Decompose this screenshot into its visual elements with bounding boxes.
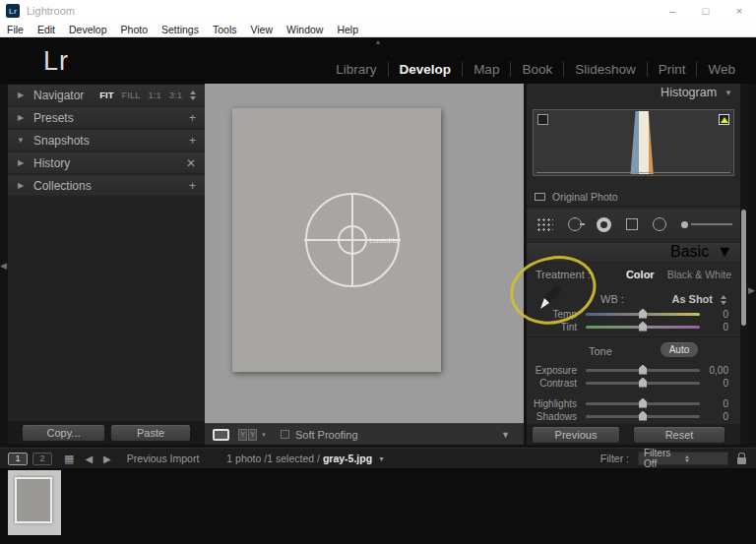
menu-view[interactable]: View (250, 24, 273, 35)
radial-filter-icon[interactable] (653, 217, 666, 231)
right-panel-scrollbar[interactable] (740, 84, 747, 445)
zoom-ratio-selector-icon[interactable] (190, 91, 196, 100)
shadows-slider-thumb[interactable] (639, 411, 647, 421)
chevron-down-icon: ▼ (717, 243, 732, 261)
snapshots-panel-header[interactable]: ▼ Snapshots + (8, 130, 205, 151)
module-print[interactable]: Print (647, 62, 697, 77)
treatment-bw-option[interactable]: Black & White (667, 269, 731, 280)
module-web[interactable]: Web (696, 62, 746, 77)
menu-settings[interactable]: Settings (161, 24, 199, 35)
thumbnail-image (15, 477, 52, 523)
zoom-fit[interactable]: FIT (99, 90, 113, 100)
highlights-slider[interactable] (586, 402, 700, 405)
clear-history-icon[interactable]: ✕ (186, 156, 196, 170)
red-eye-correction-icon[interactable] (597, 217, 611, 232)
loupe-view-icon[interactable] (213, 429, 229, 441)
spot-removal-icon[interactable] (568, 217, 582, 231)
presets-panel-header[interactable]: ▶ Presets + (8, 107, 205, 128)
exposure-value: 0,00 (700, 365, 740, 376)
collections-panel-header[interactable]: ▶ Collections + (8, 175, 205, 196)
histogram-panel-header[interactable]: Histogram ▼ (527, 84, 740, 101)
collapse-right-panel-icon[interactable]: ▶ (748, 285, 755, 295)
copy-paste-strip: Copy... Paste (8, 421, 205, 445)
graduated-filter-icon[interactable] (626, 218, 638, 230)
paste-button[interactable]: Paste (110, 424, 191, 442)
previous-photo-icon[interactable]: ◀ (85, 453, 93, 464)
second-window-button[interactable]: 2 (32, 453, 52, 465)
histogram[interactable] (533, 109, 734, 176)
history-panel-header[interactable]: ▶ History ✕ (8, 152, 205, 173)
shadow-clipping-indicator[interactable] (537, 114, 548, 125)
crop-overlay-icon[interactable] (536, 217, 553, 231)
filter-dropdown[interactable]: Filters Off (638, 452, 728, 465)
basic-panel-header[interactable]: Basic ▼ (527, 243, 740, 261)
add-snapshot-icon[interactable]: + (189, 134, 196, 148)
temp-slider[interactable] (586, 313, 700, 316)
next-photo-icon[interactable]: ▶ (103, 453, 111, 464)
source-indicator[interactable]: Previous Import (127, 453, 200, 464)
menu-file[interactable]: File (7, 24, 24, 35)
exposure-slider[interactable] (586, 369, 700, 372)
shadows-slider[interactable] (586, 415, 700, 418)
navigator-panel-header[interactable]: ▶ Navigator FIT FILL 1:1 3:1 (8, 85, 205, 105)
zoom-1-1[interactable]: 1:1 (149, 90, 161, 100)
contrast-slider-thumb[interactable] (639, 378, 647, 388)
treatment-row: Treatment : Color Black & White (527, 267, 740, 282)
tint-slider-thumb[interactable] (639, 322, 647, 332)
collapse-top-panel-icon[interactable]: ▲ (375, 38, 382, 45)
highlights-slider-row: Highlights 0 (527, 397, 740, 409)
menu-tools[interactable]: Tools (213, 24, 237, 35)
highlight-clipping-indicator[interactable] (719, 114, 729, 125)
close-icon[interactable]: × (723, 0, 756, 22)
module-develop[interactable]: Develop (388, 62, 463, 77)
temp-slider-row: Temp 0 (527, 308, 740, 320)
filter-lock-icon[interactable] (737, 457, 746, 464)
menu-window[interactable]: Window (286, 24, 323, 35)
contrast-slider-row: Contrast 0 (527, 377, 740, 389)
menu-edit[interactable]: Edit (37, 24, 55, 35)
wb-preset-value[interactable]: As Shot (671, 293, 713, 305)
filmstrip-thumbnail-selected[interactable] (8, 470, 61, 535)
maximize-icon[interactable]: □ (689, 0, 723, 22)
temp-slider-thumb[interactable] (639, 309, 647, 319)
exposure-slider-row: Exposure 0,00 (527, 364, 740, 376)
grid-view-icon[interactable]: ▦ (64, 453, 74, 465)
treatment-color-option[interactable]: Color (626, 269, 655, 280)
selection-status[interactable]: 1 photo /1 selected / gray-5.jpg ▼ (226, 453, 385, 464)
exposure-slider-thumb[interactable] (639, 365, 647, 375)
auto-tone-button[interactable]: Auto (661, 342, 698, 357)
presets-label: Presets (33, 111, 74, 125)
snapshots-label: Snapshots (33, 134, 90, 148)
wb-preset-dropdown-icon[interactable] (721, 295, 726, 305)
view-mode-dropdown-icon[interactable]: ▼ (261, 432, 267, 438)
highlights-slider-thumb[interactable] (639, 398, 647, 408)
module-map[interactable]: Map (462, 62, 510, 77)
before-after-view-icon[interactable]: YY (238, 429, 257, 441)
menu-develop[interactable]: Develop (69, 24, 107, 35)
module-book[interactable]: Book (510, 62, 563, 77)
soft-proofing-checkbox[interactable] (281, 430, 289, 439)
tint-slider[interactable] (586, 326, 700, 329)
reset-button[interactable]: Reset (633, 426, 725, 444)
selection-count: 1 photo /1 selected / (226, 453, 320, 464)
zoom-3-1[interactable]: 3:1 (169, 90, 182, 100)
collections-label: Collections (33, 179, 92, 193)
collapse-left-panel-icon[interactable]: ◀ (0, 261, 7, 271)
minimize-icon[interactable]: – (656, 0, 689, 22)
svg-text:Lastolite: Lastolite (369, 236, 399, 245)
main-window-button[interactable]: 1 (8, 453, 28, 465)
add-collection-icon[interactable]: + (189, 179, 196, 193)
copy-button[interactable]: Copy... (22, 424, 105, 442)
previous-button[interactable]: Previous (532, 426, 620, 444)
zoom-fill[interactable]: FILL (122, 90, 141, 100)
toolbar-options-icon[interactable]: ▼ (501, 430, 510, 440)
menu-help[interactable]: Help (337, 24, 358, 35)
add-preset-icon[interactable]: + (189, 111, 196, 125)
menu-photo[interactable]: Photo (121, 24, 148, 35)
photo-gray-card[interactable]: Lastolite (232, 108, 441, 372)
contrast-slider[interactable] (586, 382, 700, 385)
module-slideshow[interactable]: Slideshow (563, 62, 647, 77)
scrollbar-thumb[interactable] (741, 210, 746, 326)
adjustment-brush-icon[interactable] (681, 221, 732, 228)
module-library[interactable]: Library (325, 62, 387, 77)
